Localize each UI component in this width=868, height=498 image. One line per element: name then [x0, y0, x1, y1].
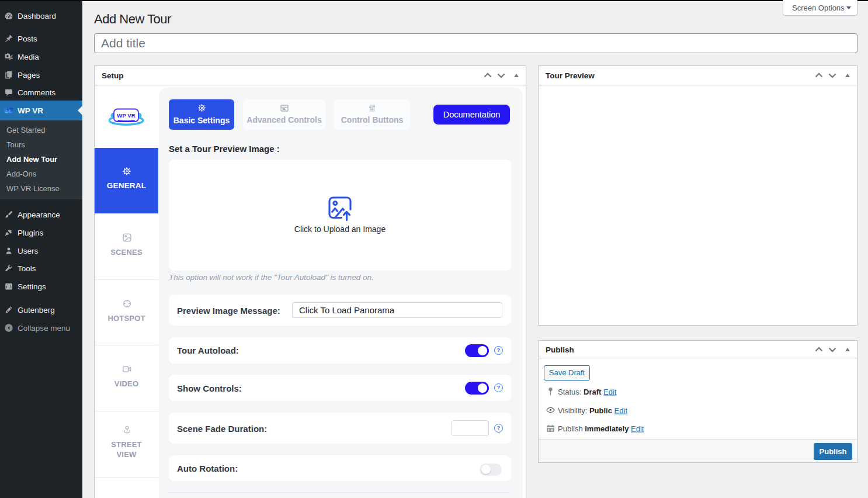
- svg-text:WP VR: WP VR: [117, 112, 135, 119]
